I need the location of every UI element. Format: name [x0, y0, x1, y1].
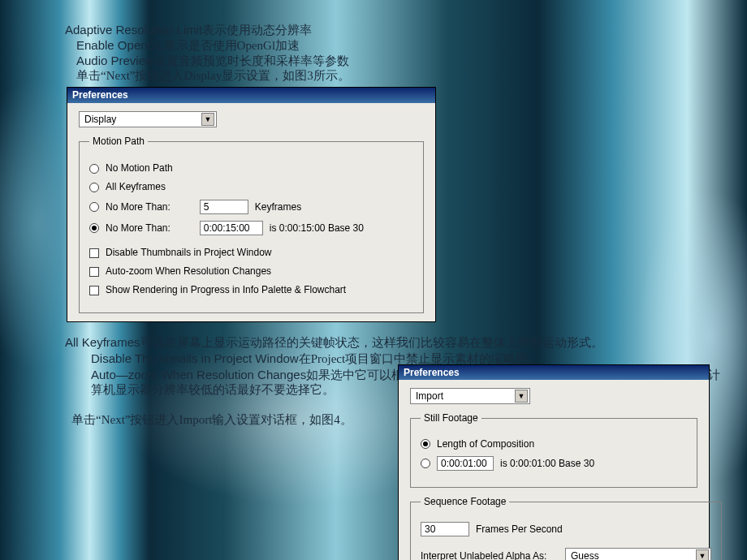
label-disable-thumbnails: Disable Thumbnails in Project Window: [106, 247, 272, 259]
chevron-down-icon[interactable]: ▼: [696, 549, 709, 560]
radio-all-keyframes[interactable]: [89, 183, 99, 192]
sequence-footage-legend: Sequence Footage: [421, 496, 509, 507]
category-value: Import: [416, 390, 443, 402]
still-footage-legend: Still Footage: [421, 412, 481, 424]
sequence-footage-group: Sequence Footage 30 Frames Per Second In…: [410, 496, 722, 560]
still-footage-group: Still Footage Length of Composition 0:00…: [410, 412, 697, 488]
label-auto-zoom: Auto-zoom When Resolution Changes: [106, 265, 271, 278]
desc-all-keyframes: 可以在屏幕上显示运动路径的关键帧状态，这样我们比较容易在整体上控制运动形式。: [140, 336, 603, 349]
motion-path-group: Motion Path No Motion Path All Keyframes…: [79, 136, 424, 313]
radio-custom-length[interactable]: [421, 459, 430, 468]
desc-adaptive: 表示使用动态分辨率: [202, 24, 312, 37]
label-fps: Frames Per Second: [476, 523, 563, 535]
next-display-line: 单击“Next”按钮进入Display显示设置，如图3所示。: [65, 68, 731, 84]
term-opengl: Enable OpenGL: [76, 38, 164, 52]
desc-audio: 设置音频预览时长度和采样率等参数: [154, 54, 349, 67]
label-no-more-than-time: No More Than:: [106, 222, 171, 235]
input-keyframe-count[interactable]: 5: [200, 200, 248, 214]
category-dropdown[interactable]: Import ▼: [410, 388, 530, 404]
radio-no-more-than-time[interactable]: [89, 223, 99, 233]
label-all-keyframes: All Keyframes: [106, 181, 166, 193]
term-adaptive: Adaptive Resolution Limit: [65, 23, 202, 37]
label-no-more-than-kf: No More Than:: [106, 201, 171, 213]
suffix-still-length: is 0:00:01:00 Base 30: [500, 458, 594, 469]
label-alpha: Interpret Unlabeled Alpha As:: [421, 550, 559, 560]
desc-opengl: 表示是否使用OpenGl加速: [164, 39, 300, 52]
suffix-keyframes: Keyframes: [255, 201, 301, 213]
alpha-value: Guess: [571, 550, 599, 560]
preferences-display-dialog: Preferences Display ▼ Motion Path No Mot…: [67, 87, 436, 322]
label-length-of-comp: Length of Composition: [437, 438, 534, 450]
label-no-motion-path: No Motion Path: [106, 162, 173, 174]
intro-lines: Adaptive Resolution Limit表示使用动态分辨率 Enabl…: [65, 23, 731, 84]
term-audio: Audio Preview: [76, 54, 154, 67]
dialog-title: Preferences: [399, 365, 709, 380]
input-time-limit[interactable]: 0:00:15:00: [200, 221, 263, 235]
label-show-rendering: Show Rendering in Progress in Info Palet…: [106, 284, 346, 296]
category-value: Display: [84, 114, 116, 126]
radio-no-motion-path[interactable]: [89, 164, 99, 174]
input-fps[interactable]: 30: [421, 522, 469, 536]
suffix-time: is 0:00:15:00 Base 30: [270, 222, 364, 235]
chevron-down-icon[interactable]: ▼: [201, 113, 214, 126]
preferences-import-dialog: Preferences Import ▼ Still Footage Lengt…: [398, 364, 710, 560]
check-disable-thumbnails[interactable]: [89, 248, 99, 258]
radio-length-of-comp[interactable]: [421, 439, 430, 449]
term-auto-zoom: Auto—zoom When Resolution Changes: [91, 368, 306, 381]
radio-no-more-than-kf[interactable]: [89, 202, 99, 212]
motion-path-legend: Motion Path: [89, 136, 148, 148]
check-auto-zoom[interactable]: [89, 267, 99, 277]
check-show-rendering[interactable]: [89, 286, 99, 295]
input-still-length[interactable]: 0:00:01:00: [437, 456, 494, 471]
dialog-title: Preferences: [67, 88, 435, 103]
alpha-dropdown[interactable]: Guess ▼: [565, 548, 711, 560]
chevron-down-icon[interactable]: ▼: [515, 390, 528, 403]
term-all-keyframes: All Keyframes: [65, 335, 140, 349]
term-disable-thumb: Disable Thumbnails in Project Window: [91, 351, 299, 365]
category-dropdown[interactable]: Display ▼: [79, 111, 217, 127]
desc-disable-thumb: 在Project项目窗口中禁止显示素材的缩略图。: [299, 352, 541, 365]
